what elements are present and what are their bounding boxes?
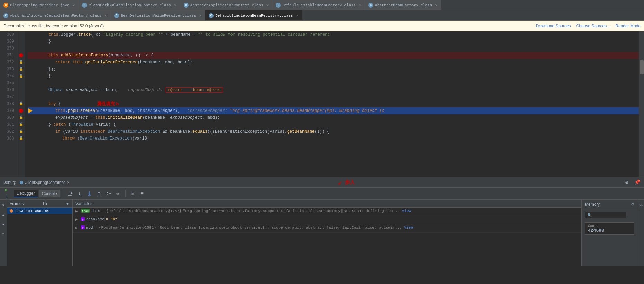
code-line-369: }	[28, 38, 639, 45]
expand-sidebar-icon[interactable]: ≫	[637, 201, 644, 210]
frame-item-docreatbean[interactable]: doCreateBean:59	[7, 208, 72, 214]
tab-default-singleton[interactable]: C DefaultSingletonBeanRegistry.class ✕	[205, 10, 302, 21]
svg-marker-6	[88, 194, 90, 195]
debug-content: ▼ ▲ ▼ ≡ Frames Th ▼ doCreateBean:59	[0, 200, 644, 266]
download-sources-link[interactable]: Download Sources	[536, 24, 571, 28]
tab-close[interactable]: ✕	[73, 3, 75, 7]
up-button[interactable]: ▲	[0, 211, 8, 219]
tab-classpathxml[interactable]: C ClassPathXmlApplicationContext.class ✕	[79, 0, 180, 10]
step-into-button[interactable]	[75, 189, 84, 198]
tab-abstract-bean-factory[interactable]: C AbstractBeanFactory.class ✕	[365, 0, 441, 10]
tab-icon-class2: C	[184, 3, 189, 8]
scrollbar-thumb[interactable]	[640, 60, 644, 74]
evaluate-expression-button[interactable]: ✏	[114, 189, 123, 198]
tab-bean-def-value[interactable]: C BeanDefinitionValueResolver.class ✕	[111, 10, 205, 21]
info-bar: Decompiled .class file, bytecode version…	[0, 21, 644, 31]
var-icon-this: this	[81, 209, 90, 213]
console-tab-button[interactable]: Console	[39, 190, 60, 197]
down-button[interactable]: ▼	[0, 221, 8, 229]
step-out-button[interactable]	[95, 189, 103, 198]
tab-close[interactable]: ✕	[174, 3, 176, 7]
breakpoint-379[interactable]	[19, 109, 23, 113]
code-text-371: this.addSingletonFactory(beanName, () ->…	[48, 52, 153, 59]
search-input[interactable]	[585, 212, 626, 218]
expand-button[interactable]: ▼	[0, 201, 8, 210]
tab-close[interactable]: ✕	[435, 3, 437, 7]
tab-label: BeanDefinitionValueResolver.class	[121, 14, 196, 18]
frames-panel-header: Frames Th ▼	[7, 200, 72, 208]
code-text-376: Object exposedObject = bean; exposedObje…	[48, 87, 223, 94]
code-text-383: throw (BeanCreationException)var18;	[62, 135, 149, 142]
info-bar-text: Decompiled .class file, bytecode version…	[3, 24, 104, 28]
gutter: 🔒 🔒 🔒 🔒 🔒 🔒 🔒 🔒	[17, 31, 25, 177]
gutter-369	[17, 38, 25, 45]
more-options-button[interactable]: ≡	[138, 189, 146, 198]
var-expand-beanname[interactable]: ▶	[75, 217, 80, 222]
variables-header: Variables	[73, 200, 581, 208]
filter-button[interactable]: ≡	[0, 230, 8, 239]
tab-abstract-autowire[interactable]: C AbstractAutowireCapableBeanFactory.cla…	[0, 10, 111, 21]
frame-label: doCreateBean:59	[15, 209, 49, 213]
tab-close[interactable]: ✕	[199, 13, 202, 18]
step-into-annotation: 步入	[345, 179, 355, 186]
var-item-mbd[interactable]: ▶ p mbd = {RootBeanDefinition@2501} "Roo…	[73, 224, 581, 233]
memory-label: Memory	[585, 202, 600, 207]
editor-scrollbar[interactable]	[639, 31, 644, 177]
tab-close[interactable]: ✕	[105, 13, 107, 18]
info-bar-links: Download Sources Choose Sources... Reade…	[536, 24, 641, 28]
frame-panel-icons: ▼	[65, 201, 70, 206]
line-num-377: 377	[0, 94, 14, 100]
tab-icon-class4: C	[368, 3, 373, 8]
var-item-beanname[interactable]: ▶ p beanName = "b"	[73, 216, 581, 224]
pin-icon[interactable]: 📌	[633, 178, 641, 187]
breakpoint-371[interactable]	[19, 53, 23, 57]
thread-dropdown[interactable]: ▼	[65, 201, 70, 206]
lock-icon-374: 🔒	[17, 73, 25, 80]
tab-bar-row2: C AbstractAutowireCapableBeanFactory.cla…	[0, 10, 644, 21]
editor-area: 368 369 370 371 372 373 374 375 376 377 …	[0, 31, 644, 177]
tab-icon-class7: C	[209, 13, 214, 18]
line-num-381: 381	[0, 121, 14, 128]
tab-close[interactable]: ✕	[359, 3, 361, 7]
code-line-372: return this.getEarlyBeanReference(beanNa…	[28, 59, 639, 66]
resume-button[interactable]: ▶	[3, 186, 10, 193]
gutter-381: 🔒	[17, 121, 25, 128]
var-expand-this[interactable]: ▶	[75, 209, 80, 213]
table-view-button[interactable]: ⊞	[128, 189, 137, 198]
memory-refresh-icon[interactable]: ↻	[631, 202, 634, 207]
debugger-tab-button[interactable]: Debugger	[14, 190, 38, 197]
debug-session-label: ClientSpringContainer ✕	[20, 180, 70, 185]
var-icon-beanname: p	[81, 217, 85, 221]
tab-label: DefaultListableBeanFactory.class	[282, 3, 355, 7]
code-text-368: this.logger.trace( o: "Eagerly caching b…	[48, 31, 330, 38]
tab-default-listable[interactable]: C DefaultListableBeanFactory.class ✕	[272, 0, 365, 10]
debug-close-session[interactable]: ✕	[66, 180, 70, 185]
gutter-372: 🔒	[17, 59, 25, 66]
choose-sources-link[interactable]: Choose Sources...	[576, 24, 610, 28]
reader-mode-link[interactable]: Reader Mode	[615, 24, 641, 28]
svg-text:✏: ✏	[116, 192, 120, 196]
var-item-this[interactable]: ▶ this this = {DefaultListableBeanFactor…	[73, 208, 581, 216]
line-num-379: 379	[0, 107, 14, 114]
count-label: Count	[588, 224, 631, 228]
var-view-mbd[interactable]: View	[404, 225, 413, 230]
step-over-button[interactable]	[66, 189, 74, 198]
var-view-this[interactable]: View	[402, 209, 411, 213]
run-to-cursor-button[interactable]	[105, 189, 113, 198]
tab-client-spring-container[interactable]: C ClientSpringContainer.java ✕	[0, 0, 79, 10]
line-num-376: 376	[0, 87, 14, 94]
code-text-373: });	[48, 66, 56, 73]
var-name-beanname: beanName	[86, 217, 105, 221]
var-expand-mbd[interactable]: ▶	[75, 225, 80, 230]
settings-icon[interactable]: ⚙	[623, 178, 631, 187]
debug-icons-row: ▶ ⏸ Debugger Console ✏ ⊞ ≡	[0, 188, 644, 200]
tab-abstract-app-ctx[interactable]: C AbstractApplicationContext.class ✕	[180, 0, 273, 10]
var-desc-this: "org.springframework.beans.factory.suppo…	[183, 209, 400, 213]
svg-marker-0	[71, 193, 72, 194]
code-line-380: exposedObject = this.initializeBean(bean…	[28, 114, 639, 121]
lock-icon-372: 🔒	[17, 59, 25, 66]
tab-close[interactable]: ✕	[266, 3, 269, 7]
tab-close[interactable]: ✕	[296, 13, 299, 18]
svg-marker-3	[79, 194, 81, 195]
force-step-into-button[interactable]	[85, 189, 93, 198]
